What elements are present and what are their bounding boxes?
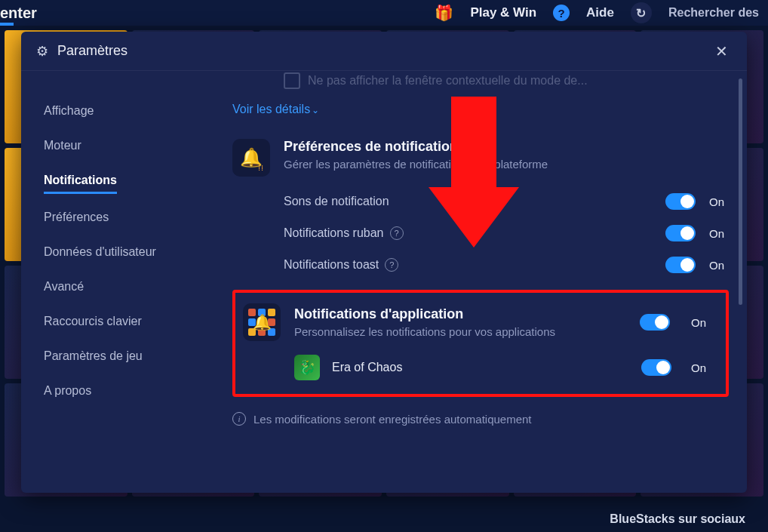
help-icon[interactable]: ?: [390, 226, 404, 240]
close-button[interactable]: ✕: [711, 41, 732, 62]
settings-sidebar: Affichage Moteur Notifications Préférenc…: [21, 71, 202, 493]
help-icon[interactable]: ?: [385, 258, 398, 272]
popup-checkbox[interactable]: [284, 72, 300, 89]
refresh-icon[interactable]: ↻: [631, 2, 652, 23]
option-label: Notifications toast: [284, 258, 379, 272]
sidebar-item-notifications[interactable]: Notifications: [44, 163, 117, 194]
sidebar-item-preferences[interactable]: Préférences: [44, 200, 195, 235]
autosave-text: Les modifications seront enregistrées au…: [253, 413, 532, 426]
gear-icon: ⚙: [36, 43, 48, 60]
toggle-state: On: [709, 195, 729, 208]
toggle-state: On: [709, 259, 729, 272]
help-label[interactable]: Aide: [586, 5, 614, 20]
toggle-app-era[interactable]: [641, 359, 671, 376]
tab-label[interactable]: enter: [0, 5, 37, 22]
chevron-down-icon: ⌄: [312, 105, 319, 115]
toggle-app-notifications[interactable]: [640, 314, 670, 331]
toggle-sounds[interactable]: [665, 193, 696, 210]
popup-checkbox-label: Ne pas afficher la fenêtre contextuelle …: [308, 74, 588, 88]
settings-dots-icon: ⁞⁞: [258, 164, 264, 172]
sidebar-item-jeu[interactable]: Paramètres de jeu: [44, 339, 195, 374]
app-row-era-of-chaos: 🐉 Era of Chaos On: [294, 355, 711, 380]
play-and-win-link[interactable]: Play & Win: [470, 5, 536, 20]
info-icon: i: [232, 412, 246, 426]
sidebar-item-moteur[interactable]: Moteur: [44, 128, 195, 163]
option-label: Sons de notification: [284, 195, 389, 208]
toggle-state: On: [691, 361, 711, 374]
bell-overlay-icon: 🔔: [243, 303, 281, 341]
app-icon: 🐉: [294, 355, 320, 380]
annotation-arrow: [429, 97, 519, 270]
app-section-title: Notifications d'application: [294, 306, 626, 322]
toggle-state: On: [691, 316, 711, 329]
app-grid-icon: 🔔: [243, 303, 281, 341]
option-label: Notifications ruban: [284, 226, 384, 240]
help-icon[interactable]: ?: [553, 5, 570, 21]
gift-icon[interactable]: 🎁: [435, 4, 453, 22]
sidebar-item-apropos[interactable]: A propos: [44, 374, 195, 408]
toggle-state: On: [709, 227, 729, 240]
app-name: Era of Chaos: [332, 361, 402, 374]
autosave-notice: i Les modifications seront enregistrées …: [232, 412, 729, 426]
top-bar: enter 🎁 Play & Win ? Aide ↻ Rechercher d…: [0, 0, 768, 26]
search-input[interactable]: Rechercher des: [668, 6, 759, 20]
bottom-text: BlueStacks sur sociaux: [610, 512, 745, 527]
modal-header: ⚙ Paramètres ✕: [21, 32, 747, 71]
sidebar-item-affichage[interactable]: Affichage: [44, 94, 195, 128]
app-notifications-highlight: 🔔 Notifications d'application Personnali…: [232, 290, 729, 397]
toggle-toast[interactable]: [665, 257, 696, 273]
settings-modal: ⚙ Paramètres ✕ Affichage Moteur Notifica…: [21, 32, 747, 493]
sidebar-item-donnees[interactable]: Données d'utilisateur: [44, 235, 195, 269]
sidebar-item-raccourcis[interactable]: Raccourcis clavier: [44, 304, 195, 339]
modal-title: Paramètres: [57, 43, 127, 59]
sidebar-item-avance[interactable]: Avancé: [44, 269, 195, 304]
toggle-ribbon[interactable]: [665, 225, 696, 241]
scrollbar-thumb[interactable]: [739, 78, 742, 305]
bell-icon: 🔔⁞⁞: [232, 139, 270, 177]
app-section-subtitle: Personnalisez les notifications pour vos…: [294, 325, 626, 338]
